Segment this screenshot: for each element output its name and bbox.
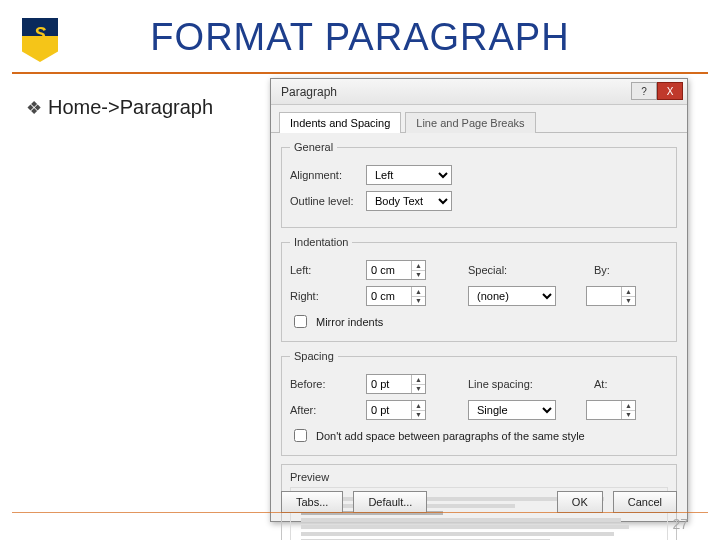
legend-indentation: Indentation <box>290 236 352 248</box>
label-outline-level: Outline level: <box>290 195 360 207</box>
chevron-up-icon[interactable]: ▲ <box>412 401 425 411</box>
page-title: FORMAT PARAGRAPH <box>0 16 720 59</box>
label-alignment: Alignment: <box>290 169 360 181</box>
tab-line-page-breaks[interactable]: Line and Page Breaks <box>405 112 535 133</box>
chevron-up-icon[interactable]: ▲ <box>412 287 425 297</box>
tabs-button[interactable]: Tabs... <box>281 491 343 513</box>
before-input[interactable] <box>367 375 411 393</box>
indent-left-stepper[interactable]: ▲▼ <box>366 260 426 280</box>
chevron-down-icon[interactable]: ▼ <box>412 411 425 420</box>
by-stepper[interactable]: ▲▼ <box>586 286 636 306</box>
ok-button[interactable]: OK <box>557 491 603 513</box>
special-select[interactable]: (none) <box>468 286 556 306</box>
legend-preview: Preview <box>290 471 668 483</box>
no-add-space-checkbox[interactable] <box>294 429 307 442</box>
after-stepper[interactable]: ▲▼ <box>366 400 426 420</box>
at-input[interactable] <box>587 401 621 419</box>
alignment-select[interactable]: Left <box>366 165 452 185</box>
outline-level-select[interactable]: Body Text <box>366 191 452 211</box>
before-stepper[interactable]: ▲▼ <box>366 374 426 394</box>
label-at: At: <box>594 378 624 390</box>
indent-right-stepper[interactable]: ▲▼ <box>366 286 426 306</box>
mirror-indents-checkbox[interactable] <box>294 315 307 328</box>
chevron-down-icon[interactable]: ▼ <box>412 297 425 306</box>
after-input[interactable] <box>367 401 411 419</box>
by-input[interactable] <box>587 287 621 305</box>
label-mirror-indents: Mirror indents <box>316 316 383 328</box>
group-indentation: Indentation Left: ▲▼ Special: By: Right:… <box>281 236 677 342</box>
divider-bottom <box>12 512 708 513</box>
default-button[interactable]: Default... <box>353 491 427 513</box>
legend-spacing: Spacing <box>290 350 338 362</box>
indent-left-input[interactable] <box>367 261 411 279</box>
indent-right-input[interactable] <box>367 287 411 305</box>
label-indent-right: Right: <box>290 290 360 302</box>
label-special: Special: <box>468 264 532 276</box>
diamond-bullet-icon: ❖ <box>26 98 42 118</box>
label-line-spacing: Line spacing: <box>468 378 540 390</box>
label-before: Before: <box>290 378 360 390</box>
at-stepper[interactable]: ▲▼ <box>586 400 636 420</box>
chevron-down-icon[interactable]: ▼ <box>412 271 425 280</box>
cancel-button[interactable]: Cancel <box>613 491 677 513</box>
slide: S FORMAT PARAGRAPH ❖Home->Paragraph Para… <box>0 0 720 540</box>
label-no-add-space: Don't add space between paragraphs of th… <box>316 430 585 442</box>
chevron-down-icon[interactable]: ▼ <box>622 297 635 306</box>
group-spacing: Spacing Before: ▲▼ Line spacing: At: Aft… <box>281 350 677 456</box>
chevron-up-icon[interactable]: ▲ <box>412 375 425 385</box>
chevron-down-icon[interactable]: ▼ <box>412 385 425 394</box>
dialog-tabs: Indents and Spacing Line and Page Breaks <box>271 105 687 133</box>
line-spacing-select[interactable]: Single <box>468 400 556 420</box>
chevron-up-icon[interactable]: ▲ <box>622 287 635 297</box>
chevron-up-icon[interactable]: ▲ <box>412 261 425 271</box>
paragraph-dialog: Paragraph ? X Indents and Spacing Line a… <box>270 78 688 522</box>
bullet-text: Home->Paragraph <box>48 96 213 118</box>
close-icon[interactable]: X <box>657 82 683 100</box>
page-number: 27 <box>672 516 688 532</box>
label-by: By: <box>594 264 624 276</box>
tab-indents-spacing[interactable]: Indents and Spacing <box>279 112 401 133</box>
divider-top <box>12 72 708 74</box>
dialog-titlebar[interactable]: Paragraph ? X <box>271 79 687 105</box>
help-icon[interactable]: ? <box>631 82 657 100</box>
label-indent-left: Left: <box>290 264 360 276</box>
label-after: After: <box>290 404 360 416</box>
dialog-title: Paragraph <box>271 85 337 99</box>
legend-general: General <box>290 141 337 153</box>
chevron-down-icon[interactable]: ▼ <box>622 411 635 420</box>
bullet-home-paragraph: ❖Home->Paragraph <box>26 96 213 119</box>
chevron-up-icon[interactable]: ▲ <box>622 401 635 411</box>
dialog-button-row: Tabs... Default... OK Cancel <box>271 491 687 513</box>
group-general: General Alignment: Left Outline level: B… <box>281 141 677 228</box>
